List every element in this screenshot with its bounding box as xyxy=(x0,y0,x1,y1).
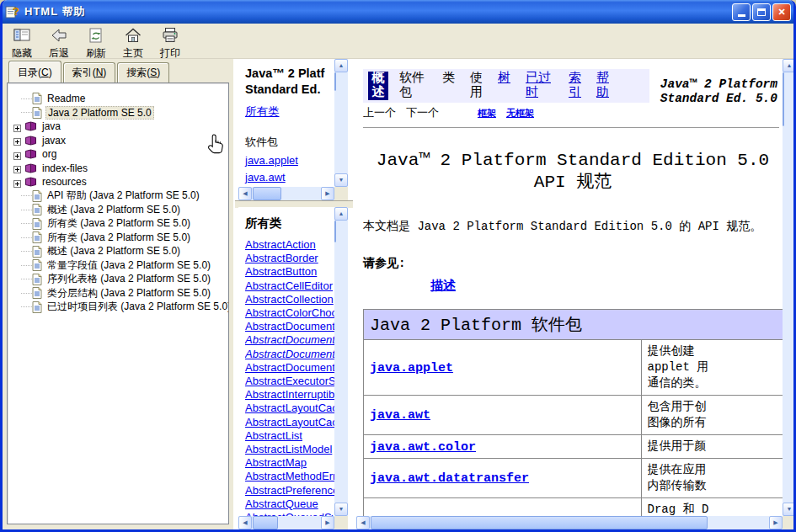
tree-item[interactable]: 类分层结构 (Java 2 Platform SE 5.0) xyxy=(8,286,228,301)
expand-plus-icon[interactable] xyxy=(13,151,21,158)
tree-item-label[interactable]: java xyxy=(40,120,62,132)
tree-item-label[interactable]: API 帮助 (Java 2 Platform SE 5.0) xyxy=(45,189,201,203)
scroll-up-button[interactable]: ▲ xyxy=(334,207,348,221)
minimize-button[interactable] xyxy=(732,3,751,21)
no-frames-link[interactable]: 无框架 xyxy=(506,107,534,120)
main-vertical-scrollbar[interactable]: ▲ ▼ xyxy=(783,59,796,516)
class-link[interactable]: AbstractExecutorService xyxy=(245,375,334,388)
scroll-thumb[interactable] xyxy=(371,516,708,529)
scroll-thumb[interactable] xyxy=(253,516,278,529)
tree-item-label[interactable]: org xyxy=(40,148,58,160)
class-link[interactable]: AbstractLayoutCache xyxy=(245,402,334,415)
close-button[interactable]: ✕ xyxy=(772,3,791,21)
tree-item-label[interactable]: index-files xyxy=(40,162,89,174)
class-link[interactable]: AbstractMap xyxy=(245,456,334,470)
scroll-thumb[interactable] xyxy=(783,72,784,126)
tree-item-label[interactable]: Readme xyxy=(45,93,87,104)
tree-item[interactable]: Java 2 Platform SE 5.0 xyxy=(8,106,228,120)
tab-c[interactable]: 目录(C) xyxy=(8,61,61,82)
class-link[interactable]: AbstractList xyxy=(245,429,334,443)
package-link[interactable]: java.awt xyxy=(245,171,333,184)
scroll-down-button[interactable]: ▼ xyxy=(783,503,796,516)
navbar-link[interactable]: 已过时 xyxy=(526,72,551,100)
tree-item-label[interactable]: 已过时项目列表 (Java 2 Platform SE 5.0) xyxy=(45,300,229,314)
package-link[interactable]: java.awt.color xyxy=(370,440,476,455)
scroll-thumb[interactable] xyxy=(334,72,336,91)
class-link[interactable]: AbstractDocument xyxy=(245,320,334,333)
class-link[interactable]: AbstractDocument.ElementEdit xyxy=(245,361,334,375)
classes-frame-vertical-scrollbar[interactable]: ▲ ▼ xyxy=(334,207,348,516)
navbar-item[interactable]: 树 xyxy=(498,72,515,100)
toolbar-button-home[interactable]: 主页 xyxy=(117,25,149,62)
tree-item-label[interactable]: 概述 (Java 2 Platform SE 5.0) xyxy=(45,203,182,217)
class-link[interactable]: AbstractDocument.AttributeContext xyxy=(245,333,334,347)
tree-item[interactable]: 已过时项目列表 (Java 2 Platform SE 5.0) xyxy=(8,301,228,315)
toolbar-button-refresh[interactable]: 刷新 xyxy=(80,25,112,62)
package-link[interactable]: java.awt.datatransfer xyxy=(370,471,529,486)
tree-item-label[interactable]: 类分层结构 (Java 2 Platform SE 5.0) xyxy=(45,286,212,301)
class-link[interactable]: AbstractColorChooserPanel xyxy=(245,306,334,320)
scroll-right-button[interactable]: ▶ xyxy=(769,516,783,529)
scroll-thumb[interactable] xyxy=(253,187,281,200)
tree-item[interactable]: 常量字段值 (Java 2 Platform SE 5.0) xyxy=(8,258,228,273)
tree-item[interactable]: 概述 (Java 2 Platform SE 5.0) xyxy=(8,245,228,259)
class-link[interactable]: AbstractLayoutCache.NodeDimensions xyxy=(245,416,334,429)
navbar-item[interactable]: 帮助 xyxy=(596,72,613,100)
main-horizontal-scrollbar[interactable]: ◀ ▶ xyxy=(356,516,783,529)
package-frame-horizontal-scrollbar[interactable]: ◀ ▶ xyxy=(238,187,334,200)
tree-item[interactable]: Readme xyxy=(8,92,228,106)
class-link[interactable]: AbstractDocument.Content xyxy=(245,348,334,361)
package-link[interactable]: java.applet xyxy=(245,154,333,167)
tree-item-label[interactable]: 所有类 (Java 2 Platform SE 5.0) xyxy=(45,231,192,245)
class-link[interactable]: AbstractBorder xyxy=(245,252,334,265)
tree-item[interactable]: 概述 (Java 2 Platform SE 5.0) xyxy=(8,203,228,217)
all-classes-link[interactable]: 所有类 xyxy=(245,104,280,120)
scroll-right-button[interactable]: ▶ xyxy=(321,187,334,200)
scroll-left-button[interactable]: ◀ xyxy=(356,516,370,529)
tree-item[interactable]: org xyxy=(8,147,228,162)
toolbar-button-hide[interactable]: 隐藏 xyxy=(6,25,38,62)
tree-item-label[interactable]: Java 2 Platform SE 5.0 xyxy=(45,106,154,120)
scroll-up-button[interactable]: ▲ xyxy=(783,59,796,72)
tree-item-label[interactable]: resources xyxy=(40,176,88,188)
class-link[interactable]: AbstractCollection xyxy=(245,293,334,306)
scroll-down-button[interactable]: ▼ xyxy=(334,503,348,516)
description-link[interactable]: 描述 xyxy=(430,279,456,294)
expand-plus-icon[interactable] xyxy=(13,164,21,172)
navbar-link[interactable]: 树 xyxy=(498,72,510,86)
frames-link[interactable]: 框架 xyxy=(478,107,496,120)
navbar-item[interactable]: 已过时 xyxy=(526,72,558,100)
toolbar-button-print[interactable]: 打印 xyxy=(154,25,186,62)
classes-frame-horizontal-scrollbar[interactable]: ◀ ▶ xyxy=(238,516,334,529)
tree-item[interactable]: resources xyxy=(8,175,228,189)
package-link[interactable]: java.applet xyxy=(370,361,453,375)
expand-plus-icon[interactable] xyxy=(13,178,21,186)
scroll-up-button[interactable]: ▲ xyxy=(334,59,348,72)
tree-item-label[interactable]: 概述 (Java 2 Platform SE 5.0) xyxy=(45,244,182,258)
class-link[interactable]: AbstractMethodError xyxy=(245,470,334,483)
class-link[interactable]: AbstractInterruptibleChannel xyxy=(245,388,334,402)
tree-item[interactable]: API 帮助 (Java 2 Platform SE 5.0) xyxy=(8,189,228,204)
class-link[interactable]: AbstractPreferences xyxy=(245,484,334,497)
scroll-down-button[interactable]: ▼ xyxy=(334,173,348,187)
maximize-button[interactable] xyxy=(752,3,771,21)
tree-item[interactable]: index-files xyxy=(8,162,228,176)
toolbar-button-back[interactable]: 后退 xyxy=(43,25,75,62)
tab-n[interactable]: 索引(N) xyxy=(63,62,116,82)
class-link[interactable]: AbstractQueue xyxy=(245,497,334,511)
navbar-link[interactable]: 索引 xyxy=(569,72,581,100)
package-frame-vertical-scrollbar[interactable]: ▲ ▼ xyxy=(334,59,348,187)
tab-s[interactable]: 搜索(S) xyxy=(117,62,169,82)
tree-item[interactable]: javax xyxy=(8,134,228,148)
tree-item[interactable]: 所有类 (Java 2 Platform SE 5.0) xyxy=(8,231,228,245)
expand-plus-icon[interactable] xyxy=(13,136,21,144)
tree-item-label[interactable]: 所有类 (Java 2 Platform SE 5.0) xyxy=(45,216,192,231)
navbar-link[interactable]: 帮助 xyxy=(596,72,609,100)
class-link[interactable]: AbstractListModel xyxy=(245,443,334,456)
class-link[interactable]: AbstractButton xyxy=(245,265,334,279)
tree-item-label[interactable]: javax xyxy=(40,135,67,146)
class-link[interactable]: AbstractAction xyxy=(245,238,334,252)
scroll-left-button[interactable]: ◀ xyxy=(238,187,252,200)
tree-item-label[interactable]: 序列化表格 (Java 2 Platform SE 5.0) xyxy=(45,272,212,286)
tree-item[interactable]: 所有类 (Java 2 Platform SE 5.0) xyxy=(8,217,228,231)
